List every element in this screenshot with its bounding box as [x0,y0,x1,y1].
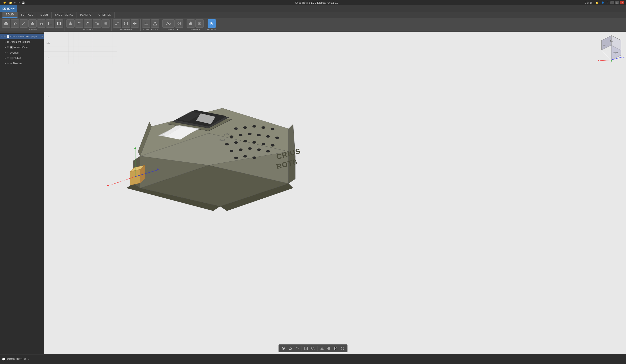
page-counter: 9 of 16 [584,1,593,4]
svg-point-49 [253,125,256,127]
3d-model: PLAY STOP REC CRIUS ROT8 [81,46,325,218]
shading-btn[interactable] [326,345,332,351]
insert-group: SVG INSERT ▾ [187,19,204,31]
tab-utilities[interactable]: UTILITIES [95,12,115,18]
assemble-btn1[interactable] [113,19,121,28]
comments-label[interactable]: COMMENTS [7,358,23,361]
maximize-btn[interactable]: □ [615,1,619,4]
tab-plastic[interactable]: PLASTIC [77,12,95,18]
browser-origin[interactable]: ▶ 👁 ⊕ Origin [0,50,44,55]
svg-rect-114 [343,349,344,350]
svg-point-18 [134,23,135,24]
design-mode-selector[interactable]: DE SIGN ▾ [0,5,17,12]
comments-expand-icon[interactable]: ▲ [28,358,30,361]
named-views-vis-icon[interactable]: 👁 [7,46,9,48]
loft-btn[interactable] [28,19,37,28]
tab-mesh[interactable]: MESH [37,12,52,18]
bodies-arrow[interactable]: ▶ [5,57,6,59]
display-mode-btn[interactable] [340,345,346,351]
fit-view-btn[interactable] [303,345,309,351]
browser-doc-settings[interactable]: ▶ ⚙ Document Settings [0,39,44,44]
origin-arrow[interactable]: ▶ [5,52,6,54]
svg-rect-19 [145,24,148,25]
svg-point-66 [248,148,252,150]
scale-btn[interactable] [93,19,101,28]
notifications-icon[interactable]: 🔔 [594,1,599,4]
zoom-out-btn[interactable] [310,345,316,351]
assemble-btn2[interactable] [122,19,130,28]
sweep-btn[interactable] [20,19,28,28]
viewcube[interactable]: Right Top Front X Y Z [597,32,621,61]
ground-plane-btn[interactable] [287,345,293,351]
sep1 [65,19,65,31]
revolve-btn[interactable] [11,19,19,28]
assemble-label[interactable]: ASSEMBLE ▾ [119,28,132,31]
save-btn[interactable]: 💾 [22,1,25,4]
insert-btn1[interactable] [187,19,195,28]
sketches-arrow[interactable]: ▶ [5,62,6,65]
construct-btn1[interactable] [142,19,150,28]
svg-text:SVG: SVG [198,23,201,25]
file-menu[interactable]: 📁 [9,1,12,4]
tab-surface[interactable]: SURFACE [18,12,37,18]
wireframe-btn[interactable] [333,345,339,351]
combine-btn[interactable] [102,19,110,28]
inspect-btn1[interactable] [162,19,175,28]
select-btn[interactable] [208,19,216,28]
redo-btn[interactable]: ↪ [18,1,20,4]
svg-point-63 [271,144,274,146]
scale-hint-3: 100 [46,95,50,98]
tab-solid[interactable]: SOLID [2,12,18,18]
root-expand-arrow[interactable]: ▼ [1,36,3,38]
modify-label[interactable]: MODIFY ▾ [83,28,93,31]
inspect-btn2[interactable] [175,19,183,28]
construct-label[interactable]: CONSTRUCT ▾ [143,28,158,31]
construct-btn2[interactable] [151,19,159,28]
comments-settings-icon[interactable]: ⚙ [24,358,26,361]
perspective-btn[interactable] [319,345,325,351]
tab-sheet-metal[interactable]: SHEET METAL [52,12,77,18]
create-label[interactable]: CREATE ▾ [28,28,38,31]
origin-icon: ⊕ [10,51,12,54]
browser-sketches[interactable]: ▶ 👁 ✏ Sketches [0,61,44,66]
hole-btn[interactable] [37,19,45,28]
help-icon[interactable]: ? [606,1,610,4]
user-icon[interactable]: 👤 [600,1,605,4]
sketches-vis-icon[interactable]: 👁 [7,62,9,65]
browser-bodies[interactable]: ▶ 👁 ⬛ Bodies [0,55,44,61]
display-settings-btn[interactable] [280,345,286,351]
bodies-vis-icon[interactable]: 👁 [7,57,9,59]
origin-vis-icon[interactable]: 👁 [7,51,9,54]
named-views-arrow[interactable]: ▶ [5,46,6,48]
fillet2-btn[interactable] [75,19,83,28]
root-settings-icon[interactable]: ⚙ [41,35,43,38]
inspect-label[interactable]: INSPECT ▾ [167,28,178,31]
construct-group: CONSTRUCT ▾ [142,19,159,31]
browser-named-views[interactable]: ▶ 👁 🔲 Named Views [0,44,44,50]
insert-btn2[interactable]: SVG [196,19,204,28]
minimize-btn[interactable]: − [610,1,614,4]
press-pull-btn[interactable] [66,19,75,28]
insert-label[interactable]: INSERT ▾ [191,28,200,31]
comments-bubble-icon: 💬 [2,358,6,361]
svg-point-60 [243,140,247,142]
select-label[interactable]: SELECT ▾ [207,28,217,31]
undo-btn[interactable]: ↩ [14,1,16,4]
svg-rect-113 [341,349,342,350]
shell-btn[interactable] [55,19,63,28]
doc-settings-arrow[interactable]: ▶ [5,41,6,43]
browser-root-item[interactable]: ▼ 👁 📄 Crius Rot8 & LCD Display rec... ⚙ [0,34,44,39]
root-visibility-icon[interactable]: 👁 [4,35,6,38]
svg-point-104 [289,348,292,350]
assemble-btn3[interactable] [131,19,139,28]
root-type-icon: 📄 [7,35,9,38]
orbit-btn[interactable] [294,345,300,351]
viewport[interactable]: PLAY STOP REC CRIUS ROT8 [44,27,626,354]
close-btn[interactable]: × [620,1,624,4]
main-toolbar: CREATE ▾ MODIFY ▾ [0,18,626,32]
extrude-btn[interactable] [2,19,10,28]
sketches-label: Sketches [12,62,23,65]
chamfer-btn[interactable] [84,19,92,28]
svg-point-68 [266,150,270,152]
fillet-btn[interactable] [46,19,54,28]
